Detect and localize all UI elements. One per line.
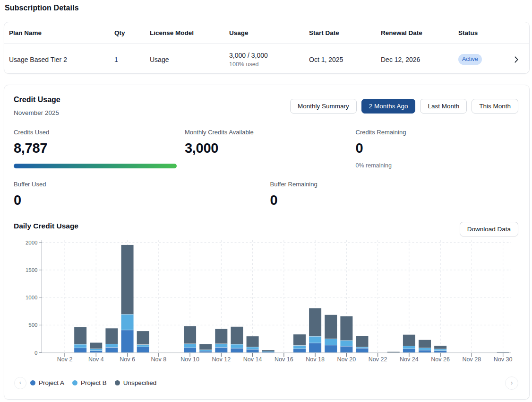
stat-value: 8,787 — [14, 140, 177, 156]
bar-nov-6[interactable] — [121, 245, 134, 352]
bar-segment-project-b — [419, 348, 431, 350]
stat-label: Buffer Used — [14, 181, 262, 188]
segment-separator — [184, 347, 196, 348]
segment-separator — [434, 350, 446, 350]
segment-separator — [419, 348, 431, 348]
x-tick-label: Nov 6 — [120, 356, 135, 363]
x-tick-label: Nov 30 — [494, 356, 513, 363]
segment-separator — [199, 350, 212, 350]
bar-nov-3[interactable] — [74, 327, 86, 352]
page: Subscription Details Plan NameQtyLicense… — [0, 4, 532, 400]
x-tick-label: Nov 24 — [400, 356, 419, 363]
carousel-next-button[interactable]: › — [505, 376, 518, 390]
bar-segment-project-b — [74, 344, 86, 348]
carousel-prev-button[interactable]: ‹ — [14, 377, 26, 389]
bar-segment-project-a — [105, 347, 118, 352]
bar-segment-unspecified — [105, 328, 118, 344]
bar-segment-project-a — [231, 348, 243, 352]
bar-segment-project-a — [356, 348, 369, 352]
bar-segment-project-a — [293, 349, 306, 352]
bar-nov-19[interactable] — [325, 315, 337, 352]
credit-usage-title: Credit Usage — [14, 95, 60, 105]
segment-separator — [247, 347, 259, 347]
bar-nov-13[interactable] — [231, 326, 243, 352]
bar-segment-unspecified — [247, 336, 259, 347]
bar-segment-project-a — [262, 352, 275, 352]
bar-segment-project-b — [325, 339, 337, 345]
legend-dot — [115, 380, 120, 385]
bar-segment-unspecified — [215, 329, 227, 343]
bar-nov-23[interactable] — [387, 351, 400, 352]
bar-nov-21[interactable] — [356, 336, 369, 352]
period-button-this-month[interactable]: This Month — [472, 99, 518, 114]
stat-label: Monthly Credits Available — [185, 129, 348, 136]
bar-nov-17[interactable] — [293, 334, 306, 352]
period-button-group: Monthly Summary2 Months AgoLast MonthThi… — [290, 99, 518, 114]
bar-segment-project-b — [247, 347, 259, 349]
segment-separator — [356, 348, 369, 348]
cell-license-model: Usage — [150, 56, 229, 63]
bar-nov-20[interactable] — [340, 316, 352, 352]
period-button-monthly-summary[interactable]: Monthly Summary — [290, 99, 357, 114]
bar-segment-project-a — [90, 350, 102, 352]
bar-segment-project-b — [262, 351, 275, 352]
bar-segment-unspecified — [199, 344, 212, 350]
x-tick-label: Nov 28 — [463, 356, 481, 363]
stat-credits-remaining: Credits Remaining00% remaining — [356, 129, 519, 169]
cell-plan-name: Usage Based Tier 2 — [9, 56, 114, 63]
bar-segment-unspecified — [137, 331, 149, 345]
bar-segment-unspecified — [387, 351, 400, 352]
bar-segment-unspecified — [325, 315, 337, 339]
y-tick-label: 500 — [28, 322, 37, 328]
stats-row-1: Credits Used8,787Monthly Credits Availab… — [14, 129, 518, 169]
stat-value: 0 — [356, 140, 519, 156]
segment-separator — [121, 314, 134, 315]
bar-nov-10[interactable] — [184, 326, 196, 352]
segment-separator — [184, 343, 196, 344]
bar-segment-project-a — [247, 349, 259, 352]
stat-value: 0 — [270, 192, 519, 208]
bar-segment-project-a — [434, 350, 446, 352]
period-button-2-months-ago[interactable]: 2 Months Ago — [361, 99, 416, 114]
segment-separator — [199, 351, 212, 351]
bar-nov-24[interactable] — [403, 334, 415, 352]
table-row[interactable]: Usage Based Tier 2 1 Usage 3,000 / 3,000… — [4, 44, 529, 73]
x-tick-label: Nov 18 — [306, 356, 325, 363]
bar-nov-14[interactable] — [247, 336, 259, 352]
y-tick-label: 0 — [34, 350, 37, 355]
period-button-last-month[interactable]: Last Month — [420, 99, 467, 114]
bar-segment-unspecified — [356, 336, 369, 347]
bar-nov-15[interactable] — [262, 350, 275, 352]
segment-separator — [215, 343, 227, 344]
bar-segment-project-b — [340, 340, 352, 346]
bar-segment-unspecified — [262, 350, 275, 351]
daily-usage-chart: 0500100015002000Nov 2Nov 4Nov 6Nov 8Nov … — [14, 238, 518, 364]
bar-nov-30[interactable] — [497, 352, 509, 352]
segment-separator — [340, 346, 352, 346]
bar-segment-project-a — [403, 349, 415, 352]
bar-nov-26[interactable] — [434, 345, 446, 352]
bar-nov-5[interactable] — [105, 328, 118, 352]
download-data-button[interactable]: Download Data — [460, 222, 518, 236]
bar-nov-7[interactable] — [137, 331, 149, 352]
column-header-license-model: License Model — [150, 29, 229, 36]
credits-used-progress-bar — [14, 164, 177, 168]
x-tick-label: Nov 12 — [212, 356, 231, 363]
bar-segment-project-b — [90, 349, 102, 350]
cell-qty: 1 — [114, 56, 150, 63]
row-expand-button[interactable] — [508, 56, 524, 63]
bar-nov-11[interactable] — [199, 344, 212, 352]
bar-nov-12[interactable] — [215, 329, 227, 352]
bar-segment-project-a — [340, 346, 352, 352]
chart-legend-row: ‹ Project AProject BUnspecified › — [14, 376, 518, 390]
subscription-table-card: Plan NameQtyLicense ModelUsageStart Date… — [4, 22, 530, 74]
cell-renewal-date: Dec 12, 2026 — [381, 56, 458, 63]
segment-separator — [137, 344, 149, 345]
bar-nov-25[interactable] — [419, 340, 431, 352]
column-header-start-date: Start Date — [309, 29, 381, 36]
bar-nov-18[interactable] — [309, 308, 321, 352]
stat-label: Credits Used — [14, 129, 177, 136]
bar-nov-4[interactable] — [90, 342, 102, 352]
page-title: Subscription Details — [5, 4, 530, 12]
column-header-renewal-date: Renewal Date — [381, 29, 458, 36]
